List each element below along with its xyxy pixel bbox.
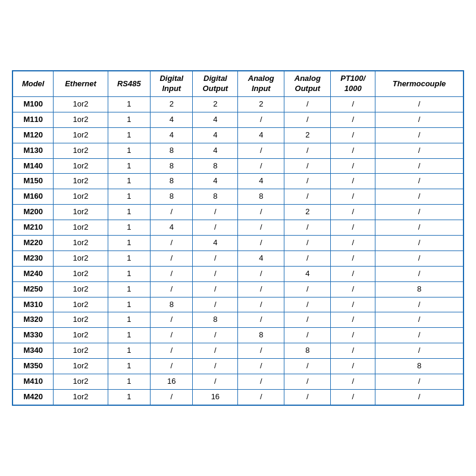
cell-r17-c2: 1 — [108, 359, 150, 374]
cell-r0-c7: / — [331, 96, 375, 112]
col-header-7: PT100/1000 — [331, 71, 375, 96]
cell-r5-c3: 8 — [151, 174, 193, 189]
table-wrapper: ModelEthernetRS485DigitalInputDigitalOut… — [0, 52, 476, 424]
table-row: M1401or2188//// — [12, 158, 464, 174]
cell-r10-c2: 1 — [108, 250, 150, 266]
cell-r0-c5: 2 — [238, 96, 284, 112]
cell-r8-c0: M210 — [12, 220, 54, 236]
cell-r1-c6: / — [284, 112, 331, 127]
cell-r3-c1: 1or2 — [54, 143, 108, 158]
cell-r12-c2: 1 — [108, 281, 150, 297]
col-header-3: DigitalInput — [151, 71, 193, 96]
cell-r14-c7: / — [331, 312, 375, 328]
cell-r0-c8: / — [375, 96, 464, 112]
cell-r15-c6: / — [284, 328, 331, 343]
cell-r0-c2: 1 — [108, 96, 150, 112]
cell-r14-c1: 1or2 — [54, 312, 108, 328]
cell-r10-c5: 4 — [238, 250, 284, 266]
cell-r9-c0: M220 — [12, 236, 54, 251]
col-header-8: Thermocouple — [375, 71, 464, 96]
cell-r18-c8: / — [375, 374, 464, 390]
cell-r9-c3: / — [151, 236, 193, 251]
col-header-5: AnalogInput — [238, 71, 284, 96]
cell-r1-c4: 4 — [193, 112, 238, 127]
cell-r18-c6: / — [284, 374, 331, 390]
cell-r3-c2: 1 — [108, 143, 150, 158]
cell-r15-c7: / — [331, 328, 375, 343]
cell-r6-c0: M160 — [12, 189, 54, 205]
cell-r4-c6: / — [284, 158, 331, 174]
cell-r12-c1: 1or2 — [54, 281, 108, 297]
cell-r12-c0: M250 — [12, 281, 54, 297]
cell-r16-c2: 1 — [108, 343, 150, 359]
cell-r1-c1: 1or2 — [54, 112, 108, 127]
cell-r12-c3: / — [151, 281, 193, 297]
cell-r13-c1: 1or2 — [54, 297, 108, 312]
cell-r16-c6: 8 — [284, 343, 331, 359]
cell-r15-c5: 8 — [238, 328, 284, 343]
cell-r19-c0: M420 — [12, 389, 54, 405]
cell-r11-c5: / — [238, 266, 284, 281]
cell-r19-c2: 1 — [108, 389, 150, 405]
table-body: M1001or21222///M1101or2144////M1201or214… — [12, 96, 464, 405]
cell-r17-c6: / — [284, 359, 331, 374]
cell-r19-c7: / — [331, 389, 375, 405]
cell-r4-c7: / — [331, 158, 375, 174]
table-row: M3101or218///// — [12, 297, 464, 312]
cell-r5-c2: 1 — [108, 174, 150, 189]
col-header-2: RS485 — [108, 71, 150, 96]
table-row: M4201or21/16//// — [12, 389, 464, 405]
cell-r13-c4: / — [193, 297, 238, 312]
cell-r7-c8: / — [375, 205, 464, 220]
cell-r8-c7: / — [331, 220, 375, 236]
cell-r8-c3: 4 — [151, 220, 193, 236]
cell-r10-c3: / — [151, 250, 193, 266]
cell-r5-c0: M150 — [12, 174, 54, 189]
cell-r14-c6: / — [284, 312, 331, 328]
cell-r15-c1: 1or2 — [54, 328, 108, 343]
cell-r6-c1: 1or2 — [54, 189, 108, 205]
cell-r14-c3: / — [151, 312, 193, 328]
cell-r8-c4: / — [193, 220, 238, 236]
cell-r8-c8: / — [375, 220, 464, 236]
table-row: M1101or2144//// — [12, 112, 464, 127]
cell-r2-c2: 1 — [108, 127, 150, 143]
cell-r0-c0: M100 — [12, 96, 54, 112]
cell-r16-c8: / — [375, 343, 464, 359]
cell-r4-c0: M140 — [12, 158, 54, 174]
cell-r2-c8: / — [375, 127, 464, 143]
cell-r12-c8: 8 — [375, 281, 464, 297]
cell-r6-c8: / — [375, 189, 464, 205]
cell-r6-c3: 8 — [151, 189, 193, 205]
table-row: M2201or21/4//// — [12, 236, 464, 251]
cell-r1-c2: 1 — [108, 112, 150, 127]
cell-r4-c3: 8 — [151, 158, 193, 174]
cell-r12-c4: / — [193, 281, 238, 297]
cell-r18-c1: 1or2 — [54, 374, 108, 390]
cell-r9-c4: 4 — [193, 236, 238, 251]
cell-r5-c6: / — [284, 174, 331, 189]
table-row: M3401or21///8// — [12, 343, 464, 359]
table-row: M4101or2116///// — [12, 374, 464, 390]
cell-r18-c0: M410 — [12, 374, 54, 390]
cell-r13-c5: / — [238, 297, 284, 312]
cell-r8-c5: / — [238, 220, 284, 236]
cell-r0-c3: 2 — [151, 96, 193, 112]
cell-r17-c5: / — [238, 359, 284, 374]
cell-r10-c8: / — [375, 250, 464, 266]
table-row: M1001or21222/// — [12, 96, 464, 112]
cell-r11-c7: / — [331, 266, 375, 281]
cell-r16-c0: M340 — [12, 343, 54, 359]
cell-r7-c3: / — [151, 205, 193, 220]
cell-r2-c6: 2 — [284, 127, 331, 143]
cell-r15-c4: / — [193, 328, 238, 343]
cell-r9-c1: 1or2 — [54, 236, 108, 251]
cell-r5-c4: 4 — [193, 174, 238, 189]
cell-r4-c4: 8 — [193, 158, 238, 174]
table-row: M2101or214///// — [12, 220, 464, 236]
cell-r2-c4: 4 — [193, 127, 238, 143]
cell-r16-c7: / — [331, 343, 375, 359]
cell-r2-c7: / — [331, 127, 375, 143]
cell-r10-c0: M230 — [12, 250, 54, 266]
cell-r17-c7: / — [331, 359, 375, 374]
